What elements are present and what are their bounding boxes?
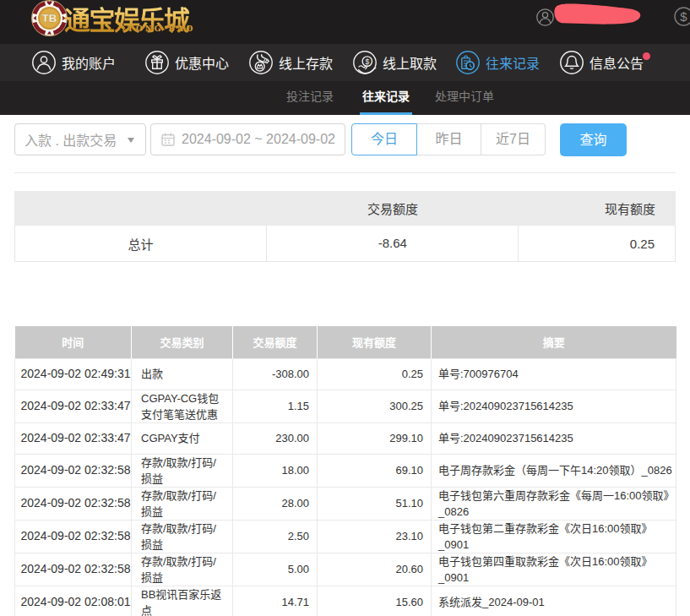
svg-text:$: $ [680, 9, 687, 24]
svg-text:TB: TB [42, 12, 57, 25]
svg-text:$: $ [365, 57, 369, 66]
